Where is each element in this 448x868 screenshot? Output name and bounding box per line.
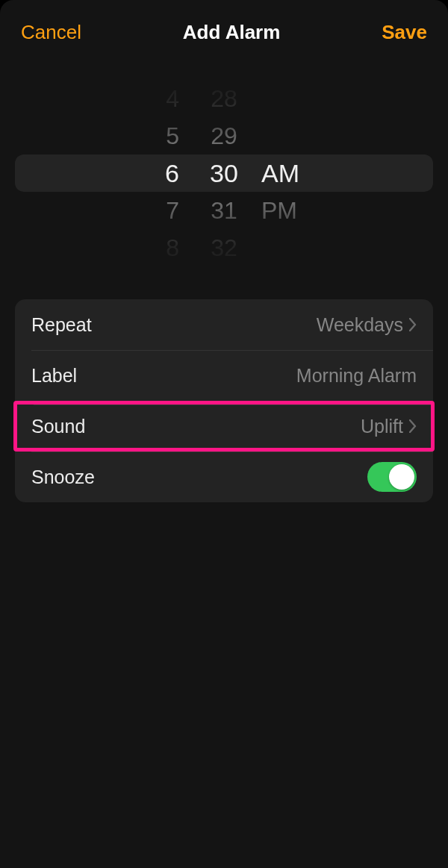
page-title: Add Alarm bbox=[183, 21, 281, 44]
label-label: Label bbox=[31, 365, 77, 387]
snooze-cell: Snooze bbox=[15, 452, 433, 502]
hour-option[interactable]: 9 bbox=[105, 266, 179, 281]
sound-label: Sound bbox=[31, 416, 85, 437]
hour-option[interactable]: 3 bbox=[105, 65, 179, 80]
time-picker[interactable]: 3 4 5 6 7 8 9 27 28 29 30 31 32 33 AM PM bbox=[15, 65, 433, 281]
label-cell[interactable]: Label Morning Alarm bbox=[15, 350, 433, 401]
minute-option[interactable]: 31 bbox=[187, 192, 261, 229]
period-am[interactable]: AM bbox=[261, 154, 336, 192]
period-pm[interactable]: PM bbox=[261, 192, 336, 229]
minute-option[interactable]: 32 bbox=[187, 229, 261, 266]
minute-wheel[interactable]: 27 28 29 30 31 32 33 bbox=[187, 65, 261, 281]
hour-wheel[interactable]: 3 4 5 6 7 8 9 bbox=[105, 65, 179, 281]
toggle-knob bbox=[389, 464, 414, 490]
hour-option[interactable]: 4 bbox=[105, 80, 179, 117]
minute-selected[interactable]: 30 bbox=[187, 154, 261, 192]
repeat-value: Weekdays bbox=[317, 314, 403, 336]
repeat-cell[interactable]: Repeat Weekdays bbox=[15, 299, 433, 350]
repeat-label: Repeat bbox=[31, 314, 92, 336]
add-alarm-sheet: Cancel Add Alarm Save 3 4 5 6 7 8 9 27 2… bbox=[0, 0, 448, 868]
snooze-label: Snooze bbox=[31, 466, 95, 488]
nav-bar: Cancel Add Alarm Save bbox=[0, 0, 448, 51]
alarm-settings-list: Repeat Weekdays Label Morning Alarm Soun… bbox=[15, 299, 433, 502]
hour-option[interactable]: 7 bbox=[105, 192, 179, 229]
hour-option[interactable]: 5 bbox=[105, 117, 179, 154]
minute-option[interactable]: 29 bbox=[187, 117, 261, 154]
hour-option[interactable]: 8 bbox=[105, 229, 179, 266]
chevron-right-icon bbox=[409, 419, 417, 433]
sound-cell[interactable]: Sound Uplift bbox=[13, 401, 435, 452]
snooze-toggle[interactable] bbox=[367, 462, 417, 492]
cancel-button[interactable]: Cancel bbox=[21, 21, 81, 44]
save-button[interactable]: Save bbox=[382, 21, 427, 44]
minute-option[interactable]: 28 bbox=[187, 80, 261, 117]
minute-option[interactable]: 27 bbox=[187, 65, 261, 80]
label-value: Morning Alarm bbox=[296, 365, 417, 387]
period-wheel[interactable]: AM PM bbox=[261, 65, 336, 281]
chevron-right-icon bbox=[409, 318, 417, 331]
minute-option[interactable]: 33 bbox=[187, 266, 261, 281]
sound-value: Uplift bbox=[361, 416, 403, 437]
hour-selected[interactable]: 6 bbox=[105, 154, 179, 192]
